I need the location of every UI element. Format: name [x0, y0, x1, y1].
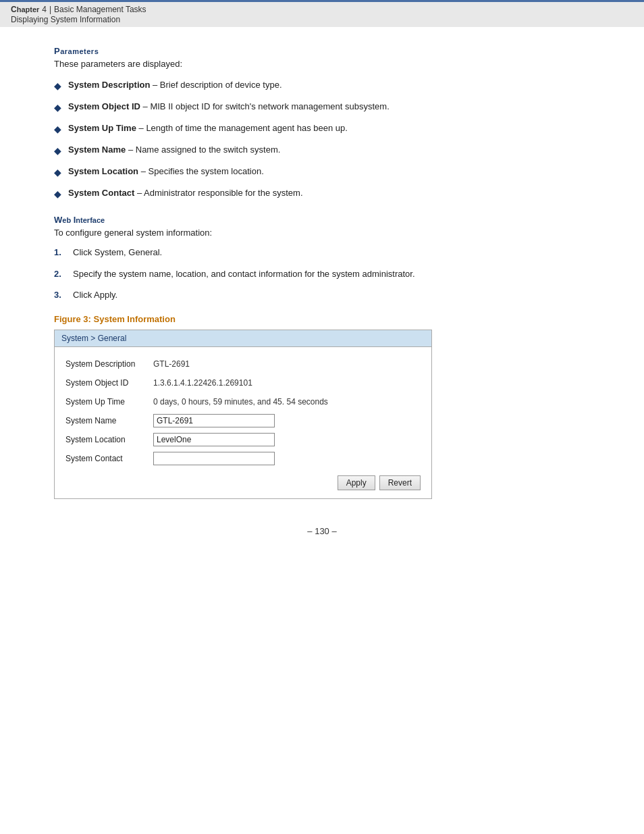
bullet-icon: ◆: [54, 79, 61, 93]
param-text: System Contact – Administrator responsib…: [68, 186, 303, 200]
parameters-intro: These parameters are displayed:: [54, 59, 590, 69]
ui-panel: System > General System Description GTL-…: [54, 330, 432, 499]
system-name-row: System Name: [65, 413, 421, 428]
param-name: System Contact: [68, 188, 134, 198]
steps-list: 1. Click System, General. 2. Specify the…: [54, 246, 590, 302]
system-contact-input[interactable]: [153, 452, 275, 465]
panel-body: System Description GTL-2691 System Objec…: [55, 347, 431, 498]
panel-buttons: Apply Revert: [65, 473, 421, 490]
system-name-label: System Name: [65, 416, 153, 425]
main-content: Parameters These parameters are displaye…: [0, 27, 644, 563]
param-text: System Description – Brief description o…: [68, 78, 282, 92]
step-item: 2. Specify the system name, location, an…: [54, 267, 590, 281]
list-item: ◆ System Location – Specifies the system…: [54, 165, 590, 180]
system-description-row: System Description GTL-2691: [65, 357, 421, 371]
sub-heading: Displaying System Information: [11, 15, 633, 24]
system-object-id-value: 1.3.6.1.4.1.22426.1.269101: [153, 378, 252, 388]
step-number: 2.: [54, 267, 69, 281]
param-desc: – Specifies the system location.: [141, 166, 264, 176]
web-interface-heading: Web Interface: [54, 215, 590, 225]
header-bar: Chapter 4 | Basic Management Tasks Displ…: [0, 0, 644, 27]
param-text: System Location – Specifies the system l…: [68, 165, 264, 178]
system-location-row: System Location: [65, 432, 421, 447]
bullet-icon: ◆: [54, 187, 61, 201]
system-contact-row: System Contact: [65, 451, 421, 466]
bullet-icon: ◆: [54, 101, 61, 115]
param-text: System Up Time – Length of time the mana…: [68, 122, 348, 135]
param-text: System Object ID – MIB II object ID for …: [68, 100, 390, 113]
apply-button[interactable]: Apply: [338, 475, 375, 490]
page-number: – 130 –: [54, 526, 590, 536]
param-name: System Description: [68, 80, 150, 90]
chapter-title: Basic Management Tasks: [54, 5, 146, 14]
panel-header: System > General: [55, 330, 431, 347]
system-object-id-label: System Object ID: [65, 378, 153, 388]
parameters-list: ◆ System Description – Brief description…: [54, 78, 590, 201]
chapter-word: Chapter: [11, 5, 39, 14]
param-desc: – Name assigned to the switch system.: [128, 145, 280, 155]
param-name: System Location: [68, 166, 138, 176]
step-item: 1. Click System, General.: [54, 246, 590, 259]
bullet-icon: ◆: [54, 165, 61, 180]
param-name: System Up Time: [68, 123, 136, 133]
step-text: Specify the system name, location, and c…: [73, 267, 590, 281]
param-name: System Name: [68, 145, 126, 155]
system-description-value: GTL-2691: [153, 359, 190, 369]
param-desc: – Administrator responsible for the syst…: [137, 188, 303, 198]
system-object-id-row: System Object ID 1.3.6.1.4.1.22426.1.269…: [65, 375, 421, 390]
system-location-label: System Location: [65, 435, 153, 444]
system-contact-label: System Contact: [65, 454, 153, 463]
chapter-number: 4: [42, 5, 47, 14]
system-uptime-value: 0 days, 0 hours, 59 minutes, and 45. 54 …: [153, 397, 328, 407]
chapter-line: Chapter 4 | Basic Management Tasks: [11, 5, 633, 14]
parameters-heading: Parameters: [54, 46, 590, 56]
param-desc: – Brief description of device type.: [153, 80, 282, 90]
list-item: ◆ System Contact – Administrator respons…: [54, 186, 590, 201]
bullet-icon: ◆: [54, 144, 61, 158]
step-number: 3.: [54, 288, 69, 302]
web-interface-section: Web Interface To configure general syste…: [54, 215, 590, 302]
list-item: ◆ System Object ID – MIB II object ID fo…: [54, 100, 590, 115]
system-description-label: System Description: [65, 359, 153, 369]
list-item: ◆ System Description – Brief description…: [54, 78, 590, 93]
bullet-icon: ◆: [54, 122, 61, 136]
step-number: 1.: [54, 246, 69, 259]
list-item: ◆ System Name – Name assigned to the swi…: [54, 143, 590, 158]
web-intro: To configure general system information:: [54, 228, 590, 238]
chapter-separator: |: [49, 5, 51, 14]
param-desc: – MIB II object ID for switch's network …: [143, 101, 390, 111]
figure-caption: Figure 3: System Information: [54, 314, 590, 324]
step-text: Click System, General.: [73, 246, 590, 259]
param-name: System Object ID: [68, 101, 140, 111]
step-item: 3. Click Apply.: [54, 288, 590, 302]
parameters-section: Parameters These parameters are displaye…: [54, 46, 590, 201]
system-uptime-label: System Up Time: [65, 397, 153, 407]
system-name-input[interactable]: [153, 414, 275, 427]
param-text: System Name – Name assigned to the switc…: [68, 143, 280, 157]
system-uptime-row: System Up Time 0 days, 0 hours, 59 minut…: [65, 394, 421, 409]
list-item: ◆ System Up Time – Length of time the ma…: [54, 122, 590, 136]
revert-button[interactable]: Revert: [379, 475, 421, 490]
step-text: Click Apply.: [73, 288, 590, 302]
param-desc: – Length of time the management agent ha…: [139, 123, 348, 133]
system-location-input[interactable]: [153, 433, 275, 446]
